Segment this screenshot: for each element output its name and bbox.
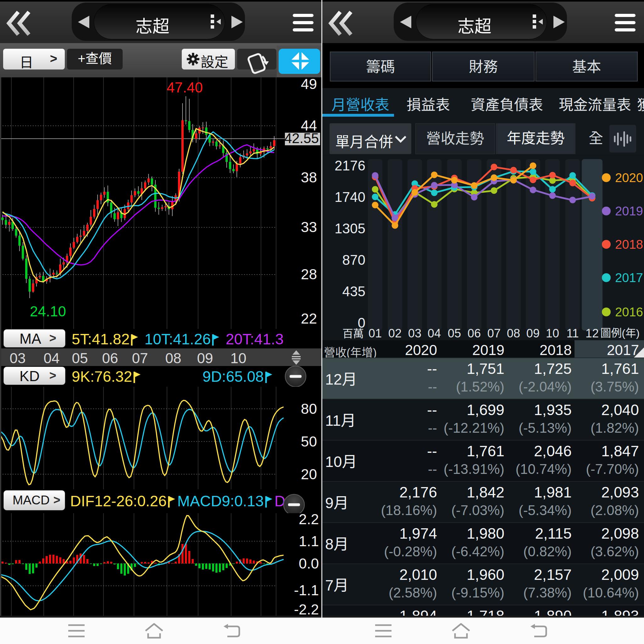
svg-text:12: 12 (586, 327, 599, 340)
svg-text:08: 08 (507, 327, 520, 340)
svg-text:09: 09 (526, 327, 540, 340)
svg-text:-2.2: -2.2 (294, 601, 319, 616)
svg-text:圖例(年): 圖例(年) (600, 327, 640, 339)
svg-text:49: 49 (301, 77, 317, 92)
svg-text:24.10: 24.10 (30, 303, 66, 319)
svg-text:47.40: 47.40 (167, 79, 203, 96)
svg-text:1305: 1305 (335, 221, 365, 236)
svg-text:2020: 2020 (615, 171, 643, 185)
svg-text:02: 02 (388, 327, 402, 340)
svg-text:33: 33 (301, 219, 317, 235)
svg-text:22: 22 (301, 310, 317, 327)
svg-text:-1.1: -1.1 (294, 582, 319, 598)
svg-text:2.2: 2.2 (299, 513, 319, 527)
svg-text:20: 20 (301, 466, 317, 482)
svg-text:2017: 2017 (615, 271, 643, 285)
svg-text:50: 50 (301, 433, 317, 450)
svg-text:10: 10 (546, 327, 559, 340)
svg-text:870: 870 (342, 252, 365, 268)
svg-text:0.0: 0.0 (299, 555, 319, 572)
svg-text:百萬: 百萬 (342, 328, 364, 340)
svg-text:1.1: 1.1 (299, 533, 319, 549)
svg-text:2176: 2176 (335, 158, 365, 173)
svg-text:2019: 2019 (615, 204, 643, 218)
svg-text:2018: 2018 (615, 237, 643, 251)
svg-text:80: 80 (301, 401, 317, 417)
svg-text:01: 01 (369, 327, 382, 340)
svg-text:38: 38 (301, 169, 317, 186)
svg-text:11: 11 (566, 327, 579, 340)
svg-text:435: 435 (342, 284, 365, 299)
svg-text:05: 05 (448, 327, 461, 340)
svg-text:2016: 2016 (615, 305, 643, 319)
svg-text:07: 07 (487, 327, 501, 340)
svg-text:28: 28 (301, 266, 317, 282)
svg-text:04: 04 (428, 327, 441, 340)
svg-text:03: 03 (408, 327, 421, 340)
svg-text:06: 06 (468, 327, 481, 340)
svg-text:42.55: 42.55 (284, 130, 319, 146)
svg-text:1740: 1740 (335, 189, 365, 205)
